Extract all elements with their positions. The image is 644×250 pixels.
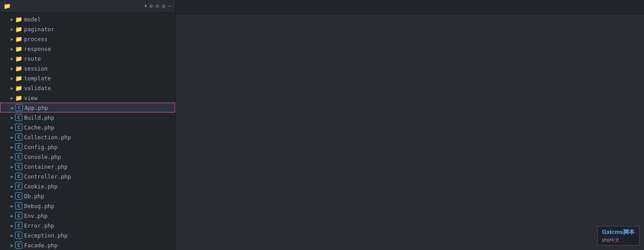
sidebar-item[interactable]: ▶CCookie.php	[0, 181, 175, 191]
file-c-icon: C	[15, 143, 22, 150]
folder-arrow-icon: ▶	[9, 76, 15, 81]
sidebar-item[interactable]: ▶CApp.php	[0, 103, 175, 112]
file-arrow: ▶	[9, 145, 15, 150]
sidebar-item[interactable]: ▶CEnv.php	[0, 211, 175, 221]
tree-item-label: Collection.php	[24, 134, 71, 141]
file-arrow: ▶	[9, 125, 15, 130]
tree-item-label: Controller.php	[24, 173, 71, 180]
close-icon[interactable]: −	[168, 3, 172, 9]
folder-icon: 📁	[15, 65, 22, 72]
sidebar-item[interactable]: ▶📁paginator	[0, 24, 175, 34]
editor-area	[176, 0, 644, 250]
tree-item-label: route	[24, 55, 41, 62]
project-folder-icon: 📁	[4, 3, 11, 9]
tree-item-label: Cookie.php	[24, 183, 57, 190]
tree-item-label: validate	[24, 85, 51, 92]
file-arrow: ▶	[9, 135, 15, 140]
folder-arrow-icon: ▶	[9, 46, 15, 51]
folder-arrow-icon: ▶	[9, 96, 15, 100]
sidebar-item[interactable]: ▶CDebug.php	[0, 201, 175, 211]
file-arrow: ▶	[9, 184, 15, 189]
file-c-icon: C	[15, 242, 22, 249]
sidebar-item[interactable]: ▶📁route	[0, 54, 175, 63]
sidebar-item[interactable]: ▶📁template	[0, 73, 175, 83]
file-c-icon: C	[15, 222, 22, 229]
sidebar-item[interactable]: ▶CBuild.php	[0, 112, 175, 122]
folder-icon: 📁	[15, 95, 22, 101]
tree-item-label: Console.php	[24, 154, 61, 160]
folder-icon: 📁	[15, 75, 22, 82]
sidebar-item[interactable]: ▶CCache.php	[0, 122, 175, 132]
sidebar-item[interactable]: ▶📁validate	[0, 83, 175, 93]
file-arrow: ▶	[9, 233, 15, 238]
folder-arrow-icon: ▶	[9, 66, 15, 71]
sidebar-toolbar: ⊕ ≡ ⚙ −	[150, 3, 172, 9]
locate-icon[interactable]: ⊕	[150, 3, 153, 9]
sidebar-item[interactable]: ▶📁model	[0, 14, 175, 24]
file-arrow: ▶	[9, 223, 15, 228]
folder-icon: 📁	[15, 16, 22, 23]
sidebar-item[interactable]: ▶CController.php	[0, 171, 175, 181]
folder-icon: 📁	[15, 36, 22, 42]
sidebar-item[interactable]: ▶📁response	[0, 44, 175, 54]
watermark: GxIcms脚本 php/中文	[597, 226, 640, 246]
file-c-icon: C	[15, 124, 22, 131]
file-c-icon: C	[15, 173, 22, 180]
sidebar-item[interactable]: ▶📁process	[0, 34, 175, 44]
settings-icon[interactable]: ⚙	[162, 3, 165, 9]
sidebar-tree: ▶📁model▶📁paginator▶📁process▶📁response▶📁r…	[0, 12, 175, 250]
watermark-sub: php/中文	[602, 238, 619, 242]
tree-item-label: Debug.php	[24, 203, 54, 209]
file-arrow: ▶	[9, 154, 15, 159]
file-arrow: ▶	[9, 164, 15, 169]
file-c-icon: C	[15, 133, 22, 141]
file-c-icon: C	[15, 202, 22, 209]
tree-item-label: Cache.php	[24, 124, 54, 131]
collapse-icon[interactable]: ≡	[156, 3, 160, 9]
sidebar-item[interactable]: ▶📁view	[0, 93, 175, 103]
folder-arrow-icon: ▶	[9, 86, 15, 91]
sidebar-item[interactable]: ▶CContainer.php	[0, 162, 175, 171]
file-arrow: ▶	[9, 105, 16, 110]
tree-item-label: process	[24, 36, 48, 42]
folder-icon: 📁	[15, 85, 22, 92]
sidebar: 📁 ▼ ⊕ ≡ ⚙ − ▶📁model▶📁paginator▶📁process▶…	[0, 0, 176, 250]
file-arrow: ▶	[9, 174, 15, 179]
tree-item-label: paginator	[24, 26, 54, 33]
folder-icon: 📁	[15, 46, 22, 52]
file-c-icon: C	[16, 104, 23, 111]
sidebar-item[interactable]: ▶CConfig.php	[0, 142, 175, 152]
tree-item-label: Db.php	[24, 193, 44, 200]
watermark-brand: GxIcms脚本	[602, 229, 635, 235]
sidebar-item[interactable]: ▶📁session	[0, 63, 175, 73]
sidebar-header: 📁 ▼ ⊕ ≡ ⚙ −	[0, 0, 175, 12]
tree-item-label: Error.php	[24, 222, 54, 229]
sidebar-item[interactable]: ▶CException.php	[0, 230, 175, 240]
sidebar-item[interactable]: ▶CConsole.php	[0, 152, 175, 162]
tree-item-label: Config.php	[24, 144, 57, 150]
tree-item-label: session	[24, 65, 48, 72]
sidebar-item[interactable]: ▶CDb.php	[0, 191, 175, 201]
file-c-icon: C	[15, 114, 22, 121]
tree-item-label: view	[24, 95, 37, 101]
tree-item-label: Facade.php	[24, 242, 57, 249]
file-c-icon: C	[15, 232, 22, 239]
code-editor[interactable]	[176, 14, 644, 250]
file-arrow: ▶	[9, 204, 15, 208]
sidebar-item[interactable]: ▶CError.php	[0, 221, 175, 230]
tree-item-label: model	[24, 16, 41, 23]
file-c-icon: C	[15, 153, 22, 160]
file-arrow: ▶	[9, 243, 15, 248]
folder-arrow-icon: ▶	[9, 56, 15, 61]
file-c-icon: C	[15, 192, 22, 200]
folder-arrow-icon: ▶	[9, 27, 15, 32]
tree-item-label: Build.php	[24, 114, 54, 121]
sidebar-item[interactable]: ▶CCollection.php	[0, 132, 175, 142]
tree-item-label: Exception.php	[24, 232, 68, 239]
tab-bar	[176, 0, 644, 14]
folder-icon: 📁	[15, 55, 22, 62]
sidebar-item[interactable]: ▶CFacade.php	[0, 240, 175, 250]
tree-item-label: App.php	[25, 104, 48, 111]
sidebar-arrow-icon: ▼	[144, 4, 147, 8]
tree-item-label: Container.php	[24, 163, 68, 170]
